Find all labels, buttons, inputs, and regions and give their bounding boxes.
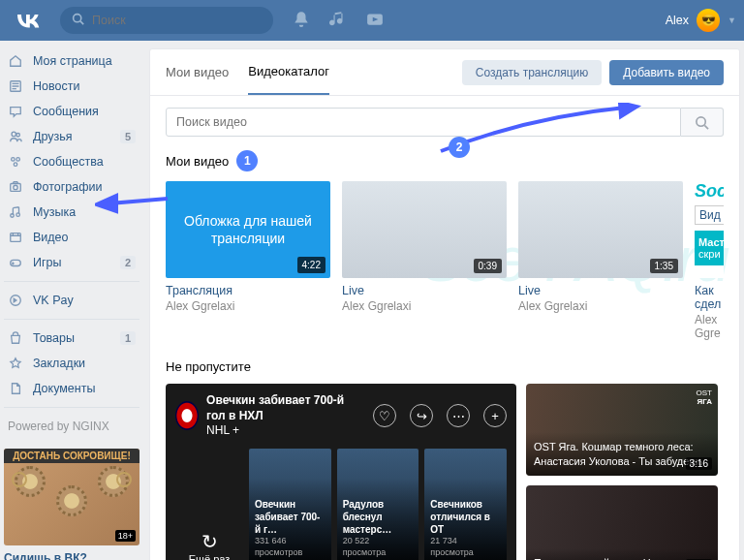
doc-icon [8,381,23,396]
svg-point-3 [12,132,16,136]
svg-point-15 [697,116,705,125]
featured-side: OSTЯГА OST Яга. Кошмар темного леса: Ана… [526,384,718,560]
header: Alex 😎 ▼ [0,0,744,41]
sidebar-item-games[interactable]: Игры2 [4,250,140,275]
header-search[interactable] [60,7,273,34]
sidebar-promo[interactable]: ДОСТАНЬ СОКРОВИЩЕ! 18+ Сидишь в ВК? Попр… [4,449,140,560]
video-search-input[interactable] [166,108,681,137]
svg-point-9 [14,185,17,189]
add-icon[interactable]: + [483,404,507,427]
sidebar-item-goods[interactable]: Товары1 [4,326,140,351]
video-thumb: 1:35 [518,181,683,278]
news-icon [8,78,23,94]
vk-logo[interactable] [16,7,41,34]
featured-header: Овечкин забивает 700-й гол в НХЛNHL + ♡ … [166,384,516,449]
games-badge: 2 [120,256,136,269]
create-stream-button[interactable]: Создать трансляцию [462,60,602,85]
sidebar-item-my-page[interactable]: Моя страница [4,48,140,74]
share-icon[interactable]: ↪ [410,404,433,427]
video-search-button[interactable] [681,108,724,137]
video-thumb: Обложка для нашей трансляции4:22 [166,181,330,278]
separator [4,407,140,408]
more-icon[interactable]: ⋯ [447,404,470,427]
main-content: See-FAQ.ru Мои видео Видеокаталог Создат… [149,48,740,560]
video-card[interactable]: 1:35 Live Alex Ggrelaxi [518,181,683,340]
video-duration: 4:22 [297,257,326,273]
video-title: Live [518,284,683,297]
promo-banner: ДОСТАНЬ СОКРОВИЩЕ! [4,449,140,463]
music-nav-icon [8,204,23,220]
svg-point-10 [11,214,15,218]
bag-icon [8,330,23,346]
svg-rect-12 [11,233,21,242]
my-videos-row: Обложка для нашей трансляции4:22 Трансля… [166,181,724,340]
home-icon [8,53,23,69]
sidebar-item-communities[interactable]: Сообщества [4,149,140,174]
svg-point-7 [14,163,17,167]
video-author: Alex Ggrelaxi [342,299,507,313]
add-video-button[interactable]: Добавить видео [609,60,724,85]
video-title: Трансляция [166,284,330,297]
nhl-logo-icon [175,401,199,430]
sidebar-item-messages[interactable]: Сообщения [4,99,140,124]
svg-point-5 [12,158,16,162]
messages-icon [8,104,23,119]
separator [4,281,140,282]
sidebar-item-documents[interactable]: Документы [4,376,140,401]
search-icon [72,13,84,28]
age-badge: 18+ [115,530,136,542]
friends-badge: 5 [120,130,136,143]
promo-image: ДОСТАНЬ СОКРОВИЩЕ! 18+ [4,449,140,545]
svg-point-11 [16,213,20,217]
username: Alex [666,14,689,27]
video-card[interactable]: 0:39 Live Alex Ggrelaxi [342,181,507,340]
video-author: Alex Ggrelaxi [518,299,683,313]
tab-my-videos[interactable]: Мои видео [166,50,229,94]
music-icon[interactable] [329,11,347,31]
featured-clip[interactable]: Свечников отличился в ОТ21 734 просмотра [424,449,507,560]
video-thumb: 0:39 [342,181,507,278]
bell-icon[interactable] [293,11,310,31]
sidebar-item-friends[interactable]: Друзья5 [4,124,140,149]
video-search-row [166,108,724,137]
section-dont-miss: Не пропустите [166,359,724,374]
header-user[interactable]: Alex 😎 ▼ [666,9,736,32]
sidebar-item-video[interactable]: Видео [4,225,140,250]
svg-point-6 [16,158,20,162]
tabs-bar: Мои видео Видеокаталог Создать трансляци… [150,49,739,96]
separator [4,319,140,320]
side-video-card[interactable]: Премьера трейлера - Номер один 2:15 [526,485,718,560]
sidebar-item-vkpay[interactable]: VK Pay [4,288,140,313]
sidebar-item-photos[interactable]: Фотографии [4,174,140,200]
goods-badge: 1 [120,331,136,345]
video-title: Live [342,284,507,297]
video-icon[interactable] [366,11,384,31]
featured-clip[interactable]: Радулов блеснул мастерс…20 522 просмотра [337,449,419,560]
section-my-videos: Мои видео 1 [166,150,724,171]
friends-icon [8,129,23,144]
sidebar-item-news[interactable]: Новости [4,74,140,99]
tab-catalog[interactable]: Видеокаталог [248,49,329,95]
featured-clip[interactable]: Овечкин забивает 700-й г…331 646 просмот… [249,449,331,560]
svg-point-0 [74,15,81,22]
camera-icon [8,179,23,195]
video-author: Alex Ggre [695,313,724,340]
like-icon[interactable]: ♡ [373,404,396,427]
video-card-partial[interactable]: Soc Вид Мастескри Как сдел Alex Ggre [695,181,724,340]
games-icon [8,255,23,270]
communities-icon [8,154,23,170]
sidebar-item-bookmarks[interactable]: Закладки [4,351,140,376]
annotation-2: 2 [449,137,470,158]
header-search-input[interactable] [92,14,262,27]
chevron-down-icon: ▼ [728,16,736,25]
promo-title: Сидишь в ВК? Попробуй эту игру! [4,551,140,560]
video-duration: 1:35 [650,259,678,273]
replay-button[interactable]: ↻Ещё раз [175,530,243,560]
sidebar-item-music[interactable]: Музыка [4,200,140,225]
featured-main-card[interactable]: Овечкин забивает 700-й гол в НХЛNHL + ♡ … [166,384,516,560]
svg-point-4 [16,134,20,138]
video-card[interactable]: Обложка для нашей трансляции4:22 Трансля… [166,181,330,340]
header-icons [293,11,384,31]
annotation-1: 1 [236,150,258,171]
side-video-card[interactable]: OSTЯГА OST Яга. Кошмар темного леса: Ана… [526,384,718,476]
